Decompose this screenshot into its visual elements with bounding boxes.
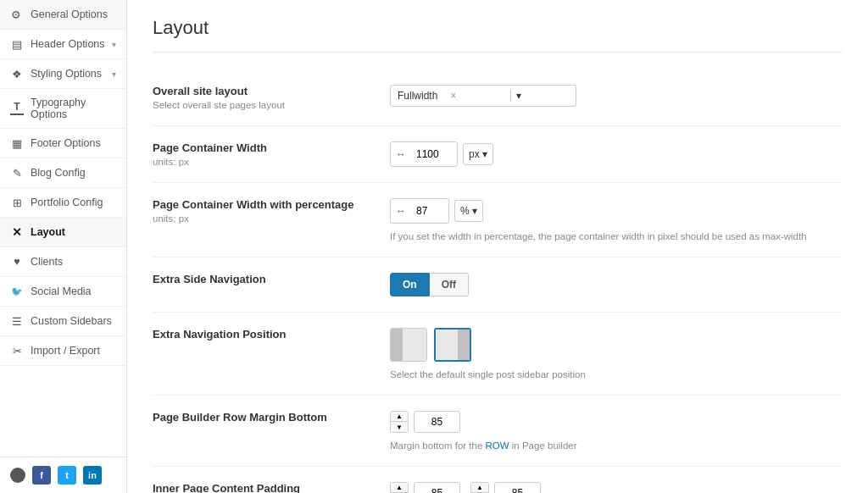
num-input-wrapper: ↔ % ▾ <box>390 198 843 224</box>
sidebar-item-typography[interactable]: T Typography Options <box>0 89 126 129</box>
chevron-down-icon: ▾ <box>112 69 116 79</box>
option-label: Overall site layout <box>153 85 373 97</box>
option-label: Extra Navigation Position <box>153 328 373 341</box>
styling-icon: ❖ <box>10 67 24 80</box>
sidebar-item-layout[interactable]: ✕ Layout <box>0 218 126 247</box>
sidebar-item-clients[interactable]: ♥ Clients <box>0 247 126 277</box>
sidebar-item-label: Import / Export <box>31 345 100 357</box>
main-content: Layout Overall site layout Select overal… <box>127 0 868 493</box>
layout-dropdown[interactable]: Fullwidth × ▾ <box>390 85 576 107</box>
sidebars-icon: ☰ <box>10 314 24 328</box>
option-label-col: Page Container Width with percentage uni… <box>153 198 373 224</box>
spinner-arrows-1: ▲ ▼ <box>390 482 409 493</box>
unit-select-percent[interactable]: % ▾ <box>454 200 483 222</box>
increment-button[interactable]: ▲ <box>471 483 488 493</box>
option-row-inner-padding: Inner Page Content Padding ▲ ▼ ▲ ▼ <box>153 467 843 493</box>
content-area: Layout Overall site layout Select overal… <box>127 0 868 493</box>
option-control-col: ↔ px ▾ <box>390 141 843 167</box>
num-input-wrapper: ↔ px ▾ <box>390 141 843 167</box>
num-input-wrapper: ▲ ▼ <box>390 411 843 433</box>
arrows-icon: ↔ <box>396 205 406 217</box>
option-hint: Margin bottom for the ROW in Page builde… <box>390 440 843 451</box>
sidebar-item-footer[interactable]: ▦ Footer Options <box>0 129 126 158</box>
spinner-arrows-2: ▲ ▼ <box>470 482 489 493</box>
option-label-col: Extra Side Navigation <box>153 273 373 285</box>
option-hint: Select the default single post sidebar p… <box>390 369 843 379</box>
layout-icon: ✕ <box>10 225 24 239</box>
sidebar-item-label: Header Options <box>31 38 105 50</box>
inner-padding-input-1[interactable] <box>414 482 460 493</box>
clients-icon: ♥ <box>10 255 24 269</box>
option-control-col: ▲ ▼ Margin bottom for the ROW in Page bu… <box>390 411 843 451</box>
option-control-col: ↔ % ▾ If you set the width in percentage… <box>390 198 843 241</box>
option-row-container-width: Page Container Width units: px ↔ px ▾ <box>153 126 843 183</box>
sidebar-item-label: Custom Sidebars <box>31 315 112 327</box>
sidebar-right-option[interactable] <box>434 328 471 362</box>
option-control-col: ▲ ▼ ▲ ▼ Change padding of the inner page… <box>390 482 843 493</box>
option-label-col: Overall site layout Select overall ste p… <box>153 85 373 110</box>
footer-icon: ▦ <box>10 136 24 150</box>
sidebar-item-label: Social Media <box>31 285 92 297</box>
option-row-side-nav: Extra Side Navigation On Off <box>153 258 843 313</box>
sidebar-item-label: Portfolio Config <box>31 197 103 208</box>
sidebar-item-social[interactable]: 🐦 Social Media <box>0 277 126 307</box>
sidebar-item-label: Styling Options <box>31 68 102 80</box>
sidebar-item-label: General Options <box>31 8 108 20</box>
dropdown-wrapper: Fullwidth × ▾ <box>390 85 843 107</box>
sidebar-bottom: f t in <box>0 457 126 493</box>
toggle-group: On Off <box>390 273 843 296</box>
sidebar-item-portfolio[interactable]: ⊞ Portfolio Config <box>0 188 126 218</box>
sidebar-item-styling[interactable]: ❖ Styling Options ▾ <box>0 59 126 89</box>
dropdown-value: Fullwidth <box>398 90 450 102</box>
earth-icon[interactable] <box>10 468 25 483</box>
unit-value: px <box>469 148 480 160</box>
sidebar-item-general[interactable]: General Options <box>0 0 126 30</box>
sidebar-item-import[interactable]: ✂ Import / Export <box>0 336 126 366</box>
sidebar-right-main <box>403 329 426 361</box>
increment-button[interactable]: ▲ <box>391 412 408 422</box>
sidebar-item-header[interactable]: ▤ Header Options ▾ <box>0 30 126 59</box>
option-control-col: Fullwidth × ▾ <box>390 85 843 107</box>
option-control-col: Select the default single post sidebar p… <box>390 328 843 379</box>
option-label: Page Container Width <box>153 141 373 154</box>
unit-select-px[interactable]: px ▾ <box>463 143 493 165</box>
increment-button[interactable]: ▲ <box>391 483 408 493</box>
typography-icon: T <box>10 102 24 115</box>
linkedin-icon[interactable]: in <box>83 466 102 485</box>
dropdown-arrow-icon[interactable]: ▾ <box>510 90 569 102</box>
inner-padding-input-2[interactable] <box>494 482 541 493</box>
row-margin-input[interactable] <box>414 411 460 433</box>
clear-icon[interactable]: × <box>450 90 503 102</box>
option-sublabel: Select overall ste pages layout <box>153 100 373 110</box>
option-label-col: Extra Navigation Position <box>153 328 373 341</box>
container-width-input[interactable] <box>409 144 452 164</box>
facebook-icon[interactable]: f <box>32 466 51 485</box>
option-label-col: Page Container Width units: px <box>153 141 373 167</box>
twitter-icon[interactable]: t <box>58 466 76 485</box>
unit-arrow-icon: ▾ <box>482 148 487 160</box>
toggle-off-button[interactable]: Off <box>430 273 469 296</box>
option-control-col: On Off <box>390 273 843 296</box>
sidebar-item-blog[interactable]: ✎ Blog Config <box>0 158 126 188</box>
hint-link: ROW <box>486 440 509 451</box>
sidebar-right-panel <box>458 330 470 360</box>
sidebar-item-label: Clients <box>31 256 63 268</box>
option-label-col: Inner Page Content Padding <box>153 482 373 493</box>
num-input-wrapper: ▲ ▼ ▲ ▼ <box>390 482 843 493</box>
sidebar-left-option[interactable] <box>390 328 427 362</box>
gear-icon <box>10 8 24 21</box>
option-label: Extra Side Navigation <box>153 273 373 285</box>
page-title: Layout <box>153 17 843 53</box>
sidebar-main-panel <box>436 330 458 360</box>
toggle-on-button[interactable]: On <box>390 273 430 296</box>
sidebar-left-panel <box>391 329 403 361</box>
option-label: Page Container Width with percentage <box>153 198 373 211</box>
social-icon: 🐦 <box>10 285 24 298</box>
spinner-arrows: ▲ ▼ <box>390 411 409 433</box>
sidebar-item-sidebars[interactable]: ☰ Custom Sidebars <box>0 307 126 336</box>
container-percent-input[interactable] <box>409 201 443 221</box>
decrement-button[interactable]: ▼ <box>391 422 408 432</box>
sidebar-item-label: Blog Config <box>31 167 86 179</box>
sidebar-item-label: Typography Options <box>31 97 116 120</box>
option-sublabel: units: px <box>153 157 373 167</box>
